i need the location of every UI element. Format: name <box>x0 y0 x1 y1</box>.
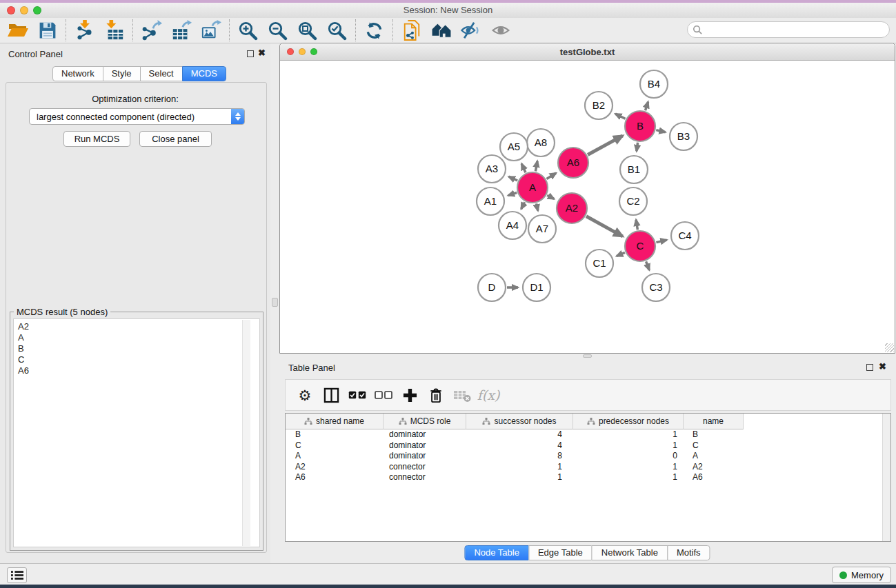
graph-edge-C-C1[interactable] <box>617 252 625 256</box>
show-column-pane-button[interactable] <box>321 383 341 407</box>
panel-splitter-vertical[interactable] <box>270 43 279 563</box>
column-header-predecessor-nodes[interactable]: predecessor nodes <box>573 414 684 429</box>
table-row-A[interactable]: Adominator80A <box>286 451 890 462</box>
graph-edge-C-C3[interactable] <box>646 261 650 270</box>
column-header-name[interactable]: name <box>684 414 744 429</box>
export-network-button[interactable] <box>137 18 166 43</box>
table-cell[interactable]: 8 <box>466 451 573 462</box>
tab-network[interactable]: Network <box>52 66 103 81</box>
graph-node-B3[interactable]: B3 <box>670 123 697 150</box>
graph-edge-A-A3[interactable] <box>509 176 518 181</box>
function-builder-button[interactable]: f(x) <box>479 383 498 407</box>
graph-node-C4[interactable]: C4 <box>671 222 699 250</box>
table-cell[interactable]: C <box>684 440 744 452</box>
tab-style[interactable]: Style <box>103 66 141 81</box>
graph-edge-A6-B[interactable] <box>588 136 623 155</box>
table-cell[interactable]: A <box>286 451 384 462</box>
graph-node-B1[interactable]: B1 <box>620 156 648 183</box>
table-cell[interactable]: A <box>684 451 744 462</box>
graph-edge-B-B4[interactable] <box>646 102 648 111</box>
table-cell[interactable]: B <box>286 429 384 440</box>
tab-motifs[interactable]: Motifs <box>667 545 710 560</box>
zoom-in-button[interactable] <box>233 18 263 43</box>
mcds-result-list[interactable]: A2ABCA6 <box>13 318 260 547</box>
table-cell[interactable]: A2 <box>684 462 744 473</box>
search-field[interactable] <box>687 21 890 38</box>
graph-edge-B-B3[interactable] <box>656 130 665 132</box>
graph-edge-A-A8[interactable] <box>535 161 537 172</box>
float-panel-icon[interactable] <box>247 50 254 57</box>
table-cell[interactable]: dominator <box>384 451 466 462</box>
graph-edge-C-C4[interactable] <box>656 240 666 243</box>
run-mcds-button[interactable]: Run MCDS <box>63 131 130 147</box>
graph-node-A8[interactable]: A8 <box>527 129 555 156</box>
cybrowser-home-button[interactable] <box>426 18 456 43</box>
graph-node-C1[interactable]: C1 <box>586 250 613 277</box>
select-all-columns-button[interactable] <box>348 383 367 407</box>
graph-node-A3[interactable]: A3 <box>478 155 506 183</box>
deselect-all-columns-button[interactable] <box>374 383 393 407</box>
float-panel-icon[interactable] <box>866 364 873 371</box>
column-header-MCDS-role[interactable]: MCDS role <box>384 414 466 429</box>
new-network-from-selection-button[interactable] <box>397 18 426 43</box>
table-cell[interactable]: 1 <box>466 462 573 473</box>
open-session-button[interactable] <box>3 18 32 43</box>
graph-node-A[interactable]: A <box>517 172 548 203</box>
table-cell[interactable]: 1 <box>573 462 684 473</box>
table-cell[interactable]: A6 <box>684 472 744 483</box>
graph-node-A1[interactable]: A1 <box>477 187 504 215</box>
zoom-out-button[interactable] <box>263 18 292 43</box>
graph-edge-A-A2[interactable] <box>547 195 554 199</box>
refresh-view-button[interactable] <box>359 18 389 43</box>
close-panel-button[interactable]: Close panel <box>139 131 212 147</box>
tab-edge-table[interactable]: Edge Table <box>528 545 593 560</box>
table-cell[interactable]: dominator <box>384 440 466 452</box>
graph-node-A4[interactable]: A4 <box>499 212 526 239</box>
graph-node-B4[interactable]: B4 <box>640 70 668 98</box>
tab-mcds[interactable]: MCDS <box>182 66 226 81</box>
graph-node-A6[interactable]: A6 <box>558 148 588 178</box>
tab-select[interactable]: Select <box>140 66 183 81</box>
search-input[interactable] <box>703 23 889 37</box>
table-row-A2[interactable]: A2connector11A2 <box>286 462 890 473</box>
table-cell[interactable]: dominator <box>384 429 466 440</box>
network-list-button[interactable] <box>7 567 27 583</box>
zoom-fit-button[interactable] <box>292 18 322 43</box>
save-session-button[interactable] <box>32 18 62 43</box>
table-cell[interactable]: 1 <box>466 472 573 483</box>
graph-node-D[interactable]: D <box>478 274 506 301</box>
graph-edge-A2-C[interactable] <box>586 216 623 236</box>
table-cell[interactable]: 1 <box>573 429 684 440</box>
tab-node-table[interactable]: Node Table <box>464 545 529 560</box>
column-header-successor-nodes[interactable]: successor nodes <box>466 414 573 429</box>
column-header-shared-name[interactable]: shared name <box>286 414 384 429</box>
delete-table-button[interactable] <box>452 383 472 407</box>
result-list-scrollbar[interactable] <box>242 320 250 546</box>
graph-edge-B-B2[interactable] <box>615 114 625 119</box>
table-cell[interactable]: 4 <box>466 440 573 452</box>
graph-node-D1[interactable]: D1 <box>523 274 550 301</box>
table-cell[interactable]: C <box>286 440 384 452</box>
export-image-button[interactable] <box>196 18 226 43</box>
graph-edge-A-A5[interactable] <box>521 164 526 173</box>
zoom-selected-button[interactable] <box>322 18 352 43</box>
tab-network-table[interactable]: Network Table <box>592 545 668 560</box>
delete-columns-button[interactable] <box>426 383 446 407</box>
graph-node-B[interactable]: B <box>625 111 655 141</box>
graph-node-A5[interactable]: A5 <box>500 133 528 161</box>
graph-node-C2[interactable]: C2 <box>619 187 647 215</box>
splitter-handle[interactable] <box>272 298 278 307</box>
column-settings-button[interactable]: ⚙ <box>295 383 315 407</box>
close-panel-icon[interactable]: ✖ <box>258 48 266 59</box>
table-cell[interactable]: connector <box>384 472 466 483</box>
graph-edge-A-A4[interactable] <box>521 202 525 209</box>
graph-node-C3[interactable]: C3 <box>642 274 670 301</box>
result-list-item[interactable]: C <box>18 354 259 365</box>
result-list-item[interactable]: A2 <box>18 321 259 332</box>
table-cell[interactable]: B <box>684 429 744 440</box>
create-new-column-button[interactable] <box>400 383 419 407</box>
table-cell[interactable]: connector <box>384 462 466 473</box>
graph-node-C[interactable]: C <box>625 231 655 261</box>
window-resize-grip[interactable] <box>885 343 894 352</box>
table-scrollbar[interactable] <box>882 414 890 541</box>
